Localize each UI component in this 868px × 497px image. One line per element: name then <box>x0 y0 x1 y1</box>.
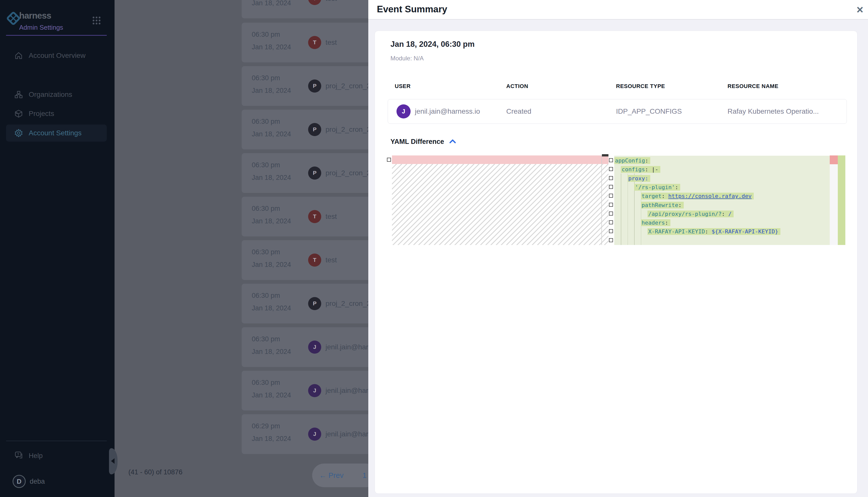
sidebar-item-account-settings[interactable]: Account Settings <box>6 125 107 142</box>
row-avatar: P <box>308 297 321 310</box>
harness-logo-icon <box>6 11 20 26</box>
diff-line-marker <box>609 203 613 207</box>
sidebar-footer-divider <box>6 441 107 441</box>
row-avatar: P <box>308 167 321 180</box>
row-timestamp: 06:30 pmJan 18, 2024 <box>252 72 291 97</box>
row-avatar: T <box>308 254 321 267</box>
user-menu[interactable]: D deba <box>6 473 107 491</box>
sidebar-divider <box>6 35 107 36</box>
screen: Jan 18, 2024TtestEnd06:30 pmJan 18, 2024… <box>0 0 868 497</box>
diff-overview-added-marker <box>838 155 845 245</box>
home-icon <box>14 51 23 60</box>
diff-overview-removed-marker <box>830 155 838 164</box>
indent-guide <box>628 173 628 245</box>
pagination-range: (41 - 60) of 10876 <box>128 468 182 476</box>
diff-line-marker <box>609 185 613 189</box>
row-avatar: T <box>308 36 321 49</box>
prev-button[interactable]: ← Prev <box>319 464 344 487</box>
audit-log-list: Jan 18, 2024TtestEnd06:30 pmJan 18, 2024… <box>114 0 368 497</box>
page-button-1[interactable]: 1 <box>362 464 367 487</box>
cube-icon <box>14 109 23 118</box>
diff-empty-hatch <box>392 164 608 245</box>
row-timestamp: 06:30 pmJan 18, 2024 <box>252 202 291 227</box>
row-avatar: T <box>308 0 321 5</box>
yaml-line: target: https://console.rafay.dev <box>641 191 754 200</box>
diff-line-marker <box>609 167 613 171</box>
resource-type-value: IDP_APP_CONFIGS <box>616 99 682 124</box>
prev-label: Prev <box>329 471 344 479</box>
row-avatar: P <box>308 80 321 93</box>
diff-removed-line <box>392 155 608 164</box>
diff-scrollbar-thumb[interactable] <box>602 154 608 156</box>
help-label: Help <box>29 447 43 464</box>
app-grid-icon[interactable] <box>93 17 100 24</box>
row-avatar: J <box>308 341 321 354</box>
sidebar-item-label: Organizations <box>29 86 72 103</box>
row-name: test <box>326 197 337 237</box>
resource-name-value: Rafay Kubernetes Operatio... <box>728 99 819 124</box>
action-value: Created <box>506 99 532 124</box>
yaml-line: appConfig: <box>614 156 650 165</box>
chevron-left-icon <box>111 458 114 464</box>
column-header-resource-type: RESOURCE TYPE <box>616 83 665 89</box>
diff-line-marker <box>609 229 613 233</box>
sidebar-item-label: Account Overview <box>29 47 86 64</box>
row-name: test <box>326 0 337 18</box>
row-name: test <box>326 23 337 62</box>
yaml-line: headers: <box>641 218 670 227</box>
user-name: deba <box>30 473 45 490</box>
yaml-line: pathRewrite: <box>641 201 684 210</box>
brand-wordmark: harness <box>19 11 51 20</box>
diff-line-marker <box>609 158 613 162</box>
diff-line-marker <box>609 212 613 215</box>
diff-line-marker <box>609 238 613 242</box>
chevron-up-icon <box>449 139 456 145</box>
row-name: proj_2_cron_2 <box>326 153 371 193</box>
help-button[interactable]: ? Help <box>6 447 107 464</box>
svg-text:?: ? <box>17 453 19 456</box>
row-name: proj_2_cron_2 <box>326 284 371 324</box>
indent-guide <box>621 173 621 245</box>
row-timestamp: 06:30 pmJan 18, 2024 <box>252 376 291 401</box>
sidebar-subtitle: Admin Settings <box>19 24 63 31</box>
avatar: D <box>13 475 26 488</box>
diff-overview-ruler[interactable] <box>830 155 838 245</box>
row-timestamp: 06:30 pmJan 18, 2024 <box>252 289 291 314</box>
row-avatar: J <box>308 428 321 441</box>
column-header-resource-name: RESOURCE NAME <box>728 83 779 89</box>
row-name: proj_2_cron_2 <box>326 66 371 106</box>
sidebar: harness Admin Settings Account Overview … <box>0 0 114 497</box>
sidebar-item-projects[interactable]: Projects <box>6 105 107 122</box>
sidebar-item-account-overview[interactable]: Account Overview <box>6 47 107 64</box>
row-timestamp: Jan 18, 2024 <box>252 0 291 9</box>
pagination-controls: ← Prev 1 <box>312 464 377 487</box>
close-button[interactable]: × <box>853 2 867 17</box>
event-module: Module: N/A <box>390 55 424 62</box>
close-icon: × <box>857 3 864 16</box>
diff-line-marker <box>609 176 613 180</box>
yaml-line: proxy: <box>628 174 650 183</box>
yaml-difference-toggle[interactable]: YAML Difference <box>390 138 456 147</box>
sidebar-item-label: Projects <box>29 105 54 122</box>
arrow-left-icon: ← <box>319 471 327 479</box>
row-avatar: P <box>308 123 321 136</box>
gear-icon <box>14 129 23 138</box>
row-timestamp: 06:30 pmJan 18, 2024 <box>252 115 291 140</box>
sidebar-item-label: Account Settings <box>29 125 82 142</box>
row-name: proj_2_cron_2 <box>326 110 371 150</box>
row-timestamp: 06:29 pmJan 18, 2024 <box>252 420 291 445</box>
sidebar-item-organizations[interactable]: Organizations <box>6 86 107 103</box>
row-timestamp: 06:30 pmJan 18, 2024 <box>252 246 291 271</box>
yaml-line: X-RAFAY-API-KEYID: ${X-RAFAY-API-KEYID} <box>647 227 781 236</box>
diff-line-marker <box>387 158 391 162</box>
yaml-line: configs: |- <box>621 165 660 174</box>
event-datetime: Jan 18, 2024, 06:30 pm <box>390 40 474 49</box>
page-title: Event Summary <box>377 4 447 15</box>
yaml-line: '/rs-plugin': <box>634 183 680 191</box>
row-timestamp: 06:30 pmJan 18, 2024 <box>252 159 291 184</box>
row-avatar: T <box>308 210 321 223</box>
avatar: J <box>397 104 411 118</box>
column-header-user: USER <box>395 83 411 89</box>
diff-line-marker <box>609 220 613 224</box>
row-avatar: J <box>308 384 321 397</box>
